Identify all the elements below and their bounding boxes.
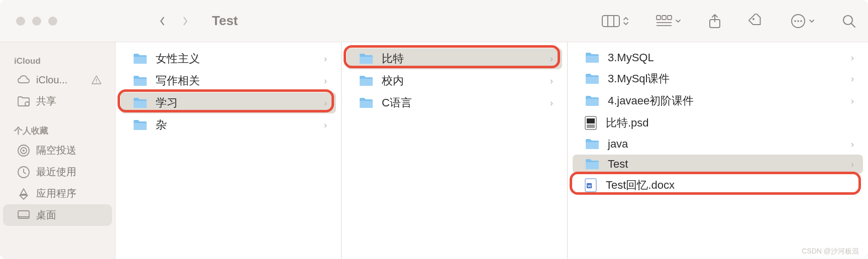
item-label: 写作相关 bbox=[156, 73, 200, 88]
item-label: 3.MySQL bbox=[608, 51, 654, 64]
chevron-right-icon: › bbox=[851, 96, 854, 106]
clock-icon bbox=[17, 166, 30, 179]
item-label: 4.javaee初阶课件 bbox=[608, 93, 694, 108]
apps-icon bbox=[17, 187, 30, 200]
item-label: 3.MySql课件 bbox=[608, 71, 670, 86]
svg-point-17 bbox=[96, 82, 97, 83]
svg-point-18 bbox=[25, 102, 29, 106]
list-item[interactable]: 比特.psd bbox=[573, 112, 863, 134]
sidebar: iCloudiClou...共享个人收藏隔空投送最近使用应用程序桌面 bbox=[0, 42, 116, 259]
sidebar-item-cloud[interactable]: iClou... bbox=[3, 69, 112, 90]
view-columns-button[interactable] bbox=[602, 15, 629, 27]
svg-text:W: W bbox=[587, 184, 591, 188]
chevron-right-icon: › bbox=[324, 120, 327, 131]
list-item[interactable]: 学习› bbox=[121, 92, 336, 113]
sidebar-item-apps[interactable]: 应用程序 bbox=[3, 183, 112, 204]
chevron-right-icon: › bbox=[324, 54, 327, 64]
sidebar-item-label: 隔空投送 bbox=[36, 144, 76, 157]
svg-rect-4 bbox=[662, 16, 666, 20]
list-item[interactable]: 4.javaee初阶课件› bbox=[573, 90, 863, 111]
list-item[interactable]: 写作相关› bbox=[121, 70, 336, 91]
chevron-right-icon: › bbox=[324, 98, 327, 108]
svg-point-21 bbox=[23, 150, 25, 152]
list-item[interactable]: 比特› bbox=[347, 48, 562, 69]
item-label: 女性主义 bbox=[156, 51, 200, 66]
svg-point-12 bbox=[797, 20, 799, 22]
forward-button[interactable] bbox=[181, 17, 190, 26]
item-label: C语言 bbox=[382, 95, 412, 110]
svg-point-13 bbox=[800, 20, 802, 22]
sidebar-item-label: iClou... bbox=[36, 74, 67, 86]
sidebar-item-airdrop[interactable]: 隔空投送 bbox=[3, 140, 112, 161]
svg-rect-26 bbox=[587, 118, 595, 123]
list-item[interactable]: 女性主义› bbox=[121, 48, 336, 69]
share-button[interactable] bbox=[708, 14, 721, 29]
list-item[interactable]: 3.MySql课件› bbox=[573, 68, 863, 89]
item-label: 比特.psd bbox=[606, 115, 649, 131]
maximize-dot[interactable] bbox=[48, 17, 57, 26]
svg-point-11 bbox=[794, 20, 796, 22]
toolbar: Test bbox=[0, 0, 868, 42]
chevron-right-icon: › bbox=[851, 139, 854, 150]
item-label: java bbox=[608, 138, 628, 151]
svg-rect-5 bbox=[668, 16, 672, 20]
back-button[interactable] bbox=[158, 17, 167, 26]
list-item[interactable]: 3.MySQL› bbox=[573, 48, 863, 67]
column-2: 3.MySQL›3.MySql课件›4.javaee初阶课件›比特.psdjav… bbox=[568, 42, 868, 259]
more-button[interactable] bbox=[791, 14, 815, 29]
sidebar-item-desktop[interactable]: 桌面 bbox=[3, 204, 112, 226]
svg-rect-27 bbox=[587, 124, 595, 128]
toolbar-actions bbox=[602, 14, 856, 29]
list-item[interactable]: 杂› bbox=[121, 114, 336, 136]
item-label: 校内 bbox=[382, 73, 404, 88]
item-label: 杂 bbox=[156, 117, 167, 133]
svg-line-15 bbox=[851, 24, 855, 27]
sidebar-section-header: iCloud bbox=[0, 52, 115, 69]
item-label: 学习 bbox=[156, 95, 178, 110]
minimize-dot[interactable] bbox=[32, 17, 41, 26]
column-1: 比特›校内›C语言› bbox=[342, 42, 568, 259]
list-item[interactable]: java› bbox=[573, 135, 863, 154]
sidebar-item-label: 最近使用 bbox=[36, 165, 76, 179]
svg-rect-3 bbox=[657, 16, 661, 20]
item-label: Test bbox=[608, 158, 628, 171]
svg-rect-0 bbox=[602, 16, 619, 27]
list-item[interactable]: C语言› bbox=[347, 92, 562, 113]
chevron-right-icon: › bbox=[324, 76, 327, 86]
chevron-right-icon: › bbox=[550, 54, 553, 64]
item-label: 比特 bbox=[382, 51, 404, 66]
columns-view: 女性主义›写作相关›学习›杂›比特›校内›C语言›3.MySQL›3.MySql… bbox=[116, 42, 868, 259]
chevron-right-icon: › bbox=[851, 159, 854, 170]
chevron-right-icon: › bbox=[851, 74, 854, 84]
cloud-icon bbox=[17, 73, 30, 86]
finder-window: Test iClo bbox=[0, 0, 868, 259]
watermark: CSDN @沙河板混 bbox=[802, 247, 859, 256]
column-0: 女性主义›写作相关›学习›杂› bbox=[116, 42, 342, 259]
search-button[interactable] bbox=[842, 14, 856, 28]
sidebar-section-header: 个人收藏 bbox=[0, 121, 115, 140]
sidebar-item-label: 共享 bbox=[36, 94, 56, 108]
group-button[interactable] bbox=[656, 15, 681, 27]
sidebar-item-clock[interactable]: 最近使用 bbox=[3, 161, 112, 183]
list-item[interactable]: WTest回忆.docx bbox=[573, 175, 863, 196]
tag-button[interactable] bbox=[748, 14, 764, 29]
content: iCloudiClou...共享个人收藏隔空投送最近使用应用程序桌面 女性主义›… bbox=[0, 42, 868, 259]
close-dot[interactable] bbox=[16, 17, 25, 26]
sidebar-item-label: 应用程序 bbox=[36, 187, 76, 200]
traffic-lights bbox=[16, 17, 57, 26]
window-title: Test bbox=[212, 13, 238, 29]
list-item[interactable]: Test› bbox=[573, 155, 863, 174]
item-label: Test回忆.docx bbox=[606, 178, 675, 193]
chevron-right-icon: › bbox=[550, 76, 553, 86]
shared-folder-icon bbox=[17, 95, 30, 108]
sidebar-item-label: 桌面 bbox=[36, 208, 56, 222]
chevron-right-icon: › bbox=[851, 53, 854, 63]
chevron-right-icon: › bbox=[550, 98, 553, 108]
list-item[interactable]: 校内› bbox=[347, 70, 562, 91]
sidebar-item-shared-folder[interactable]: 共享 bbox=[3, 90, 112, 112]
airdrop-icon bbox=[17, 144, 30, 157]
nav-buttons bbox=[158, 17, 190, 26]
svg-point-9 bbox=[752, 18, 754, 20]
desktop-icon bbox=[17, 209, 30, 222]
